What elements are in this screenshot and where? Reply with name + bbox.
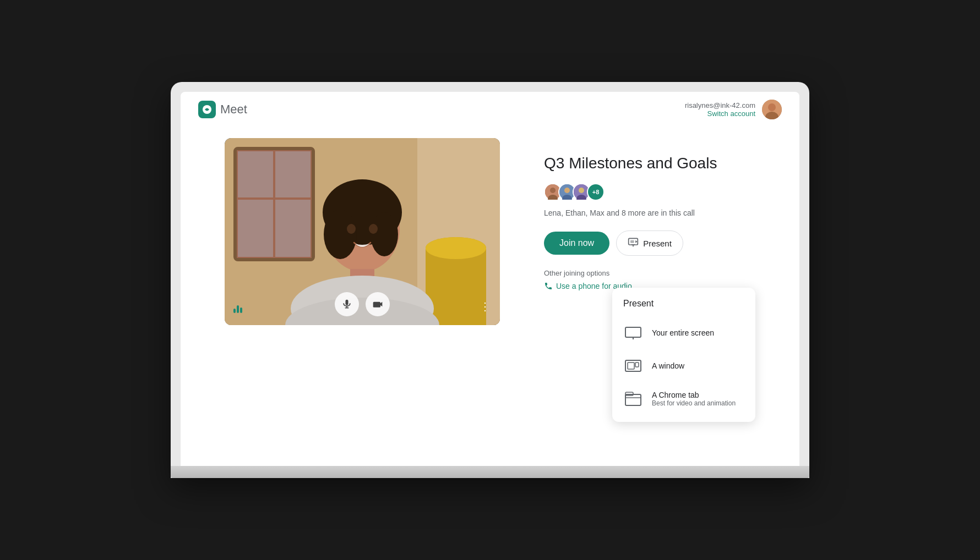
microphone-button[interactable] [335,292,359,316]
window-screen-icon [623,356,643,376]
participant-count-badge: +8 [587,183,605,201]
user-area: risalynes@ink-42.com Switch account [685,100,782,119]
svg-rect-47 [625,394,641,405]
video-controls [225,292,500,316]
microphone-icon [341,299,352,310]
dropdown-title: Present [612,294,755,316]
svg-point-19 [347,224,356,234]
svg-point-18 [371,212,398,256]
camera-button[interactable] [366,292,390,316]
svg-rect-24 [346,300,349,305]
right-panel: Q3 Milestones and Goals [544,138,755,290]
avatar-image [762,100,782,119]
video-preview: ⋮ [225,138,500,325]
present-button[interactable]: Present [616,230,683,256]
user-info: risalynes@ink-42.com Switch account [685,101,755,118]
svg-rect-46 [635,363,639,367]
svg-point-14 [426,237,486,259]
meeting-title: Q3 Milestones and Goals [544,155,755,172]
laptop-screen: Meet risalynes@ink-42.com Switch account [181,92,799,466]
participants-description: Lena, Ethan, Max and 8 more are in this … [544,208,755,217]
window-text: A window [652,361,684,370]
svg-rect-27 [373,302,380,308]
laptop-base [171,466,809,478]
chrome-tab-icon [623,389,643,409]
participants-row: +8 [544,183,755,201]
present-icon [628,237,639,250]
user-avatar[interactable] [762,100,782,119]
entire-screen-label: Your entire screen [652,328,714,337]
svg-point-17 [324,210,357,259]
present-dropdown: Present Your entire screen [612,288,755,422]
entire-screen-icon [623,323,643,343]
camera-icon [372,299,383,310]
entire-screen-text: Your entire screen [652,328,714,337]
browser-tab-icon [623,389,643,409]
chrome-tab-sublabel: Best for video and animation [652,399,736,407]
present-window-option[interactable]: A window [612,349,755,382]
svg-point-35 [579,188,584,193]
svg-rect-45 [628,363,634,369]
svg-point-20 [369,224,378,234]
svg-point-3 [768,103,776,111]
chrome-tab-label: A Chrome tab [652,391,736,399]
more-options-button[interactable]: ⋮ [480,300,491,313]
meet-logo-icon [198,101,216,118]
phone-icon [544,282,553,290]
logo-area: Meet [198,101,247,118]
header: Meet risalynes@ink-42.com Switch account [181,92,799,127]
switch-account-link[interactable]: Switch account [685,109,755,118]
svg-rect-10 [237,150,312,258]
user-email: risalynes@ink-42.com [685,101,755,109]
laptop-frame: Meet risalynes@ink-42.com Switch account [171,82,809,478]
window-icon [623,356,643,376]
svg-point-29 [550,188,556,193]
window-label: A window [652,361,684,370]
present-screen-icon [628,237,639,248]
participant-avatars: +8 [544,183,605,201]
monitor-icon [623,323,643,343]
other-options-label: Other joining options [544,269,755,277]
join-now-button[interactable]: Join now [544,232,609,255]
present-chrome-tab-option[interactable]: A Chrome tab Best for video and animatio… [612,382,755,415]
svg-rect-40 [630,240,634,243]
svg-point-32 [564,188,570,193]
chrome-tab-text: A Chrome tab Best for video and animatio… [652,391,736,407]
present-button-label: Present [643,239,672,248]
app-name: Meet [220,102,247,117]
action-buttons: Join now Present [544,230,755,256]
present-entire-screen-option[interactable]: Your entire screen [612,316,755,349]
svg-rect-41 [625,327,641,337]
